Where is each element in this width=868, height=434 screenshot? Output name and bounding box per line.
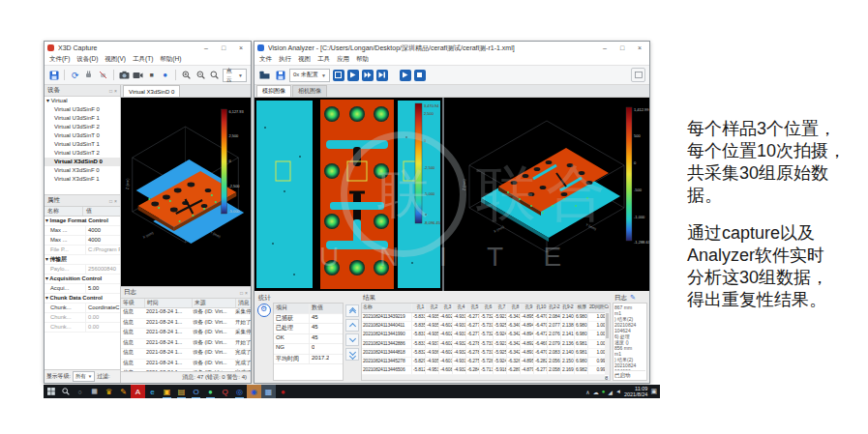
- cortana-button[interactable]: ○: [73, 385, 87, 398]
- results-col-header[interactable]: 孔7: [494, 304, 507, 312]
- property-row[interactable]: Chunk...0.00: [45, 313, 120, 323]
- property-row[interactable]: ▾ Image Format Control: [45, 217, 120, 226]
- tray-expand-icon[interactable]: ∧: [585, 389, 589, 395]
- device-tree-root[interactable]: ▾ Virtual: [45, 97, 120, 105]
- log-row[interactable]: 信息2021-08-24 1...设备 (ID: Virt...完成了图像采集: [121, 349, 251, 360]
- task-view-button[interactable]: ▦: [87, 385, 102, 398]
- analyzer-titlebar[interactable]: Vision Analyzer - [C:/Users/Longan/Deskt…: [254, 42, 649, 54]
- results-col-header[interactable]: 名称: [362, 304, 412, 312]
- property-row[interactable]: ▾ Acquisition Control: [45, 275, 120, 284]
- property-row[interactable]: ▾ Chunk Data Control: [45, 294, 120, 304]
- app-explorer-button[interactable]: ▤: [174, 385, 189, 398]
- close-button[interactable]: ×: [234, 43, 248, 53]
- statistics-row[interactable]: NG0: [274, 344, 343, 355]
- analyzer-3d-view[interactable]: 1,412.99 500 0 -500 -1,000 -1,288.63 X (…: [444, 98, 649, 291]
- results-row[interactable]: 20210824113442886-5.833-4.937-4.602-4.93…: [362, 340, 610, 349]
- app-notes-button[interactable]: ✎: [116, 385, 131, 398]
- minimize-button[interactable]: –: [598, 43, 612, 53]
- results-row[interactable]: 20210824113439219-5.833-4.935-4.602-4.93…: [362, 313, 610, 322]
- menu-item[interactable]: 视图: [298, 55, 311, 64]
- close-panel-icon[interactable]: ×: [114, 198, 117, 204]
- results-col-header[interactable]: 孔2: [426, 304, 439, 312]
- save-button[interactable]: [274, 69, 286, 81]
- start-button[interactable]: [44, 385, 58, 398]
- log-col-message[interactable]: 消息: [236, 299, 251, 307]
- close-panel-icon[interactable]: ×: [114, 88, 117, 94]
- analyzer-2d-view[interactable]: 3,470.94 2,500 0 -2,500 -5,000 -8,096.45: [254, 98, 442, 291]
- app-acrobat-button[interactable]: A: [131, 385, 145, 398]
- close-panel-icon[interactable]: ×: [245, 290, 248, 296]
- results-col-header[interactable]: 孔9: [521, 304, 534, 312]
- save-button[interactable]: [48, 69, 59, 81]
- pin-icon[interactable]: □: [109, 198, 112, 204]
- app-browser-button[interactable]: ◎: [232, 385, 247, 398]
- property-row[interactable]: Paylo...256000840: [45, 265, 120, 275]
- clear-log-icon[interactable]: ✎: [630, 294, 636, 302]
- results-col-header[interactable]: 板厚: [575, 304, 588, 312]
- record-button[interactable]: ●: [160, 69, 170, 81]
- app-wechat-button[interactable]: ●: [203, 385, 218, 398]
- pin-icon[interactable]: □: [240, 290, 243, 296]
- minimize-button[interactable]: –: [199, 43, 213, 53]
- device-tree-item[interactable]: Virtual U3dSinF 0: [45, 105, 120, 114]
- results-col-header[interactable]: 2D间距Con...: [588, 304, 610, 312]
- render-mode-dropdown[interactable]: 点云 ▼: [223, 69, 247, 82]
- results-row[interactable]: 20210824113446506-5.812-4.953-4.608-4.93…: [362, 366, 610, 375]
- last-result-button[interactable]: [345, 348, 359, 361]
- log-row[interactable]: 信息2021-08-24 1...设备 (ID: Virt...完成了图像采集: [121, 360, 251, 370]
- run-once-button[interactable]: [347, 70, 359, 81]
- menu-item[interactable]: 文件(F): [49, 55, 70, 64]
- video-button[interactable]: [133, 69, 143, 81]
- disconnect-button[interactable]: [97, 69, 107, 81]
- first-result-button[interactable]: [345, 304, 359, 317]
- menu-item[interactable]: 视图(V): [105, 55, 126, 64]
- network-icon[interactable]: ◢: [608, 389, 613, 395]
- results-col-header[interactable]: 孔3: [439, 304, 453, 312]
- device-tree-item[interactable]: Virtual U3dSinT 1: [45, 140, 120, 149]
- stop-button[interactable]: ■: [146, 69, 157, 81]
- zoom-in-button[interactable]: [181, 69, 192, 81]
- property-row[interactable]: Chunk...CoordinateC: [45, 304, 120, 313]
- log-col-source[interactable]: 来源: [193, 299, 236, 307]
- log-col-level[interactable]: 等级: [121, 299, 145, 307]
- log-row[interactable]: 信息2021-08-24 1...设备 (ID: Virt...采集停止了: [121, 308, 251, 319]
- menu-item[interactable]: 设备(D): [76, 55, 98, 64]
- results-row[interactable]: 20210824113441990-5.831-4.935-4.602-4.93…: [362, 331, 610, 339]
- results-col-header[interactable]: 孔5: [466, 304, 480, 312]
- maximize-button[interactable]: □: [217, 43, 230, 53]
- app-folder-button[interactable]: ▣: [160, 385, 174, 398]
- volume-icon[interactable]: ◄: [615, 389, 621, 395]
- results-col-header[interactable]: 孔6: [480, 304, 494, 312]
- stop-button[interactable]: [414, 70, 426, 81]
- results-row[interactable]: 20210824113445278-5.829-4.935-4.603-4.93…: [362, 358, 610, 366]
- gear-icon[interactable]: ⚙: [257, 304, 271, 317]
- app-edge-button[interactable]: e: [145, 385, 160, 398]
- maximize-button[interactable]: □: [615, 43, 629, 53]
- results-col-header[interactable]: 孔9-2: [561, 304, 575, 312]
- antivirus-icon[interactable]: ●: [602, 389, 606, 395]
- device-tree-item[interactable]: Virtual U3dSinF 2: [45, 123, 120, 131]
- run-to-end-button[interactable]: [376, 70, 388, 81]
- statistics-row[interactable]: 已捕获45: [274, 314, 343, 325]
- app-misc-button[interactable]: ●: [276, 385, 290, 398]
- property-row[interactable]: ▾ 传输层: [45, 255, 120, 265]
- next-result-button[interactable]: [345, 333, 359, 346]
- log-row[interactable]: 信息2021-08-24 1...设备 (ID: Virt...开始了图像采集: [121, 339, 251, 350]
- horizontal-scrollbar[interactable]: [362, 375, 605, 380]
- property-row[interactable]: Max ...4000: [45, 236, 120, 246]
- menu-item[interactable]: 工具(T): [133, 55, 153, 64]
- step-back-button[interactable]: [333, 70, 344, 81]
- menu-item[interactable]: 帮助(H): [160, 55, 181, 64]
- camera-button[interactable]: [119, 69, 130, 81]
- property-row[interactable]: Max ...4000: [45, 226, 120, 236]
- statistics-row[interactable]: 平均时间2017.2: [274, 355, 343, 365]
- device-tree-item[interactable]: Virtual U3dSinF 1: [45, 114, 120, 123]
- device-tree-item[interactable]: Virtual U3dSinT 0: [45, 131, 120, 140]
- results-col-header[interactable]: 孔4: [453, 304, 466, 312]
- profile-dropdown[interactable]: 0x 未配置 ▼: [289, 69, 330, 82]
- prev-result-button[interactable]: [345, 319, 359, 332]
- vertical-scrollbar[interactable]: [605, 312, 610, 375]
- action-center-button[interactable]: ▣: [650, 388, 657, 395]
- filter-level-dropdown[interactable]: 所有 ▼: [73, 371, 95, 382]
- statistics-row[interactable]: 已处理45: [274, 324, 343, 334]
